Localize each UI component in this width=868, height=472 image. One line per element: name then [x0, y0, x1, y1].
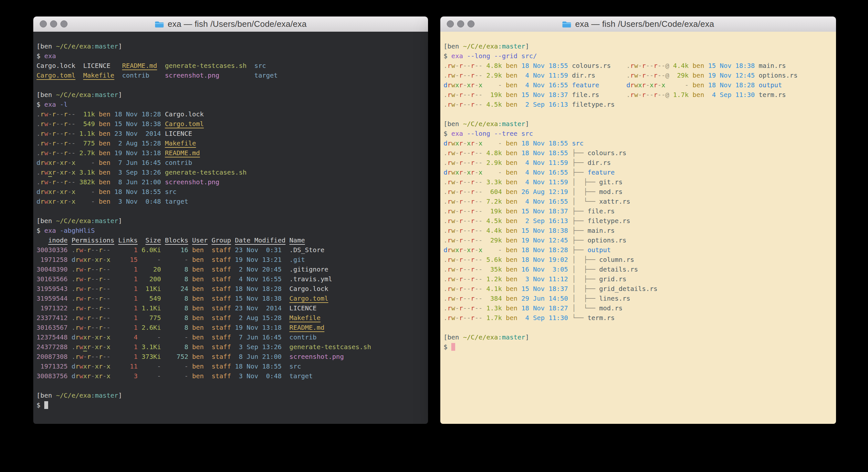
text-segment	[568, 227, 572, 234]
permission-char: w	[451, 265, 455, 273]
terminal-line: drwxr-xr-x - ben 3 Nov 0:48 target	[36, 197, 426, 206]
permission-char: r	[52, 188, 56, 196]
permission-char: -	[474, 265, 478, 273]
permission-char: r	[471, 295, 474, 302]
permission-char: -	[657, 71, 661, 79]
text-segment: -abghHliS	[60, 227, 95, 234]
permission-char: -	[60, 120, 64, 128]
text-segment: 1971325	[36, 362, 67, 370]
text-segment: ben	[506, 188, 518, 196]
text-segment: 1	[118, 295, 137, 302]
permission-char: r	[75, 343, 79, 351]
permission-char: r	[99, 265, 103, 273]
text-segment: Makefile	[289, 314, 320, 322]
permission-char: -	[463, 188, 467, 196]
text-segment: ben	[506, 139, 518, 147]
permission-char: -	[67, 159, 71, 167]
text-segment: 4.8k	[487, 62, 502, 69]
text-segment: Links	[118, 236, 137, 244]
text-segment: -	[487, 81, 502, 89]
permission-char: r	[52, 178, 56, 186]
text-segment	[137, 265, 142, 273]
permission-char: -	[103, 304, 106, 312]
text-segment	[188, 372, 192, 380]
permission-char: -	[455, 265, 459, 273]
permission-char: w	[451, 256, 455, 264]
permission-char: .	[443, 71, 447, 79]
text-segment	[568, 314, 572, 322]
permission-char: -	[463, 100, 467, 108]
text-segment: ben	[192, 353, 208, 360]
text-segment: target	[254, 71, 278, 79]
text-segment	[231, 314, 235, 322]
titlebar[interactable]: exa — fish /Users/ben/Code/exa/exa	[440, 17, 836, 32]
text-segment: 4.5k	[487, 100, 502, 108]
permission-char: w	[79, 265, 83, 273]
terminal-line: .rw-r--r-- 382k ben 8 Jun 21:00 screensh…	[36, 177, 426, 187]
text-segment	[482, 159, 486, 167]
permission-char: r	[52, 198, 56, 205]
text-segment	[231, 285, 235, 293]
text-segment	[161, 120, 165, 128]
permission-char: r	[447, 62, 451, 69]
permission-char: .	[443, 295, 447, 302]
permission-char: -	[103, 362, 106, 370]
text-segment: 29 Jun 14:50	[521, 295, 568, 302]
text-segment: │ ├──	[572, 188, 599, 196]
text-segment	[161, 314, 165, 322]
permission-char: r	[471, 159, 474, 167]
text-segment	[689, 62, 692, 69]
text-segment: ben	[192, 275, 208, 283]
permission-char: -	[95, 304, 99, 312]
text-segment: ben	[99, 139, 111, 147]
permission-char: r	[40, 188, 44, 196]
terminal-line: .rw-r--r-- 1.2k ben 3 Nov 11:12 │ ├── gr…	[443, 274, 833, 284]
permission-char: x	[95, 256, 99, 264]
permission-char: r	[64, 139, 67, 147]
text-segment: ├──	[572, 217, 587, 225]
permission-char: -	[478, 275, 482, 283]
permission-char: r	[64, 188, 67, 196]
text-segment: ben	[506, 198, 518, 205]
text-segment: README.md	[122, 62, 157, 69]
permission-char: x	[467, 81, 471, 89]
permission-char: w	[44, 149, 48, 157]
permission-char: x	[83, 372, 87, 380]
text-segment	[502, 139, 506, 147]
terminal-screen[interactable]: [ben ~/C/e/exa:master]$ exa --long --gri…	[440, 32, 836, 424]
titlebar[interactable]: exa — fish /Users/ben/Code/exa/exa	[33, 17, 428, 32]
text-segment: ben	[506, 169, 518, 176]
text-segment: [ben	[36, 217, 56, 225]
permission-char: -	[455, 159, 459, 167]
text-segment: 1971322	[36, 304, 67, 312]
text-segment	[482, 178, 486, 186]
permission-char: r	[471, 304, 474, 312]
terminal-line: .rw-r--r-- 4.1k ben 15 Nov 18:37 │ ├── g…	[443, 284, 833, 294]
text-segment: term.rs	[588, 314, 615, 322]
terminal-screen[interactable]: [ben ~/C/e/exa:master]$ exaCargo.lock LI…	[33, 32, 428, 424]
permission-char: -	[95, 275, 99, 283]
permission-char: -	[48, 120, 52, 128]
text-segment: --long --tree	[467, 130, 521, 138]
permission-char: r	[447, 246, 451, 254]
text-segment	[111, 333, 118, 341]
text-segment	[188, 343, 192, 351]
text-segment: 20	[142, 265, 161, 273]
terminal-line: $	[36, 400, 426, 410]
text-segment	[482, 265, 486, 273]
text-segment	[611, 62, 626, 69]
text-segment	[689, 91, 692, 98]
text-segment: ben	[192, 333, 208, 341]
text-segment	[482, 314, 486, 322]
permission-char: -	[463, 62, 467, 69]
text-segment: file.rs	[588, 207, 615, 215]
permission-char: x	[71, 159, 75, 167]
permission-char: w	[451, 139, 455, 147]
permission-char: -	[455, 275, 459, 283]
permission-char: -	[474, 169, 478, 176]
text-segment	[111, 324, 118, 331]
text-segment	[67, 314, 71, 322]
text-segment	[161, 304, 165, 312]
terminal-line: $ exa -abghHliS	[36, 226, 426, 235]
text-segment: :master	[91, 217, 118, 225]
